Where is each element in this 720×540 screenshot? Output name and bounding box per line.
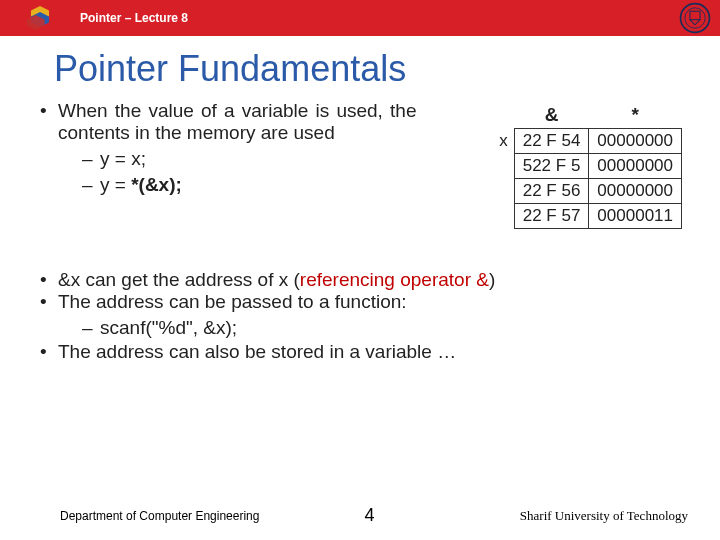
cell-val: 00000011 bbox=[589, 204, 682, 229]
table-row: 522 F 5 00000000 bbox=[491, 154, 681, 179]
footer-page: 4 bbox=[364, 505, 374, 526]
svg-rect-2 bbox=[690, 11, 700, 20]
cell-addr: 22 F 54 bbox=[514, 129, 589, 154]
header-logo bbox=[0, 0, 80, 36]
sub-bullet-1a: y = x; bbox=[58, 146, 416, 172]
slide-content: When the value of a variable is used, th… bbox=[0, 100, 720, 363]
table-row: 22 F 56 00000000 bbox=[491, 179, 681, 204]
table-row: 22 F 57 00000011 bbox=[491, 204, 681, 229]
row-label-empty bbox=[491, 154, 514, 179]
slide-header: Pointer – Lecture 8 bbox=[0, 0, 720, 36]
memory-table-wrap: & * x 22 F 54 00000000 522 F 5 00000000 … bbox=[416, 100, 692, 229]
cell-val: 00000000 bbox=[589, 179, 682, 204]
page-title: Pointer Fundamentals bbox=[54, 48, 720, 90]
memory-table: & * x 22 F 54 00000000 522 F 5 00000000 … bbox=[491, 104, 682, 229]
sub-1b-pre: y = bbox=[100, 174, 131, 195]
bullet-1-text: When the value of a variable is used, th… bbox=[58, 100, 416, 143]
bullet-2-pre: &x can get the address of x ( bbox=[58, 269, 300, 290]
bullet-2: &x can get the address of x (referencing… bbox=[36, 269, 692, 291]
bullet-2-red: referencing operator & bbox=[300, 269, 489, 290]
cell-val: 00000000 bbox=[589, 154, 682, 179]
breadcrumb: Pointer – Lecture 8 bbox=[80, 11, 188, 25]
cell-addr: 22 F 57 bbox=[514, 204, 589, 229]
bullet-2-post: ) bbox=[489, 269, 495, 290]
table-row: x 22 F 54 00000000 bbox=[491, 129, 681, 154]
table-header-addr: & bbox=[514, 104, 589, 129]
bullet-1: When the value of a variable is used, th… bbox=[36, 100, 416, 197]
row-label-empty bbox=[491, 204, 514, 229]
sub-bullet-1b: y = *(&x); bbox=[58, 172, 416, 198]
row-label-empty bbox=[491, 179, 514, 204]
bullet-3: The address can be passed to a function:… bbox=[36, 291, 692, 341]
seal-icon bbox=[678, 1, 712, 35]
sub-1b-bold: *(&x); bbox=[131, 174, 182, 195]
university-seal bbox=[678, 1, 712, 35]
slide-footer: Department of Computer Engineering 4 Sha… bbox=[0, 505, 720, 526]
bullet-3-text: The address can be passed to a function: bbox=[58, 291, 407, 312]
cell-val: 00000000 bbox=[589, 129, 682, 154]
table-corner bbox=[491, 104, 514, 129]
bullet-4: The address can also be stored in a vari… bbox=[36, 341, 692, 363]
cell-addr: 22 F 56 bbox=[514, 179, 589, 204]
sub-bullet-3a: scanf("%d", &x); bbox=[58, 315, 692, 341]
cell-addr: 522 F 5 bbox=[514, 154, 589, 179]
puzzle-icon bbox=[23, 3, 57, 33]
footer-dept: Department of Computer Engineering bbox=[60, 509, 259, 523]
footer-university: Sharif University of Technology bbox=[520, 508, 688, 524]
table-header-val: * bbox=[589, 104, 682, 129]
row-label-x: x bbox=[491, 129, 514, 154]
